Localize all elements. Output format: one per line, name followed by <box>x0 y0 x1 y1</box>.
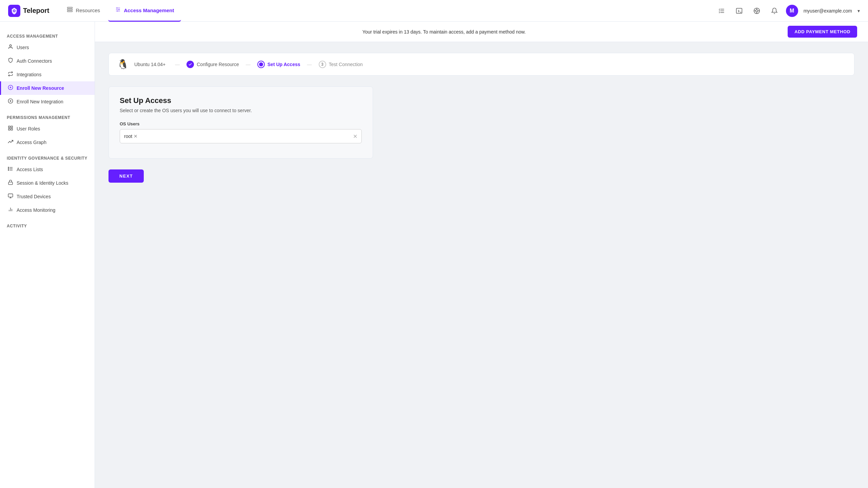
svg-point-8 <box>117 7 118 8</box>
step-configure-resource: Configure Resource <box>186 61 239 68</box>
step2-circle <box>257 61 265 68</box>
svg-rect-30 <box>11 126 13 128</box>
nav-right: M myuser@example.com ▾ <box>715 5 860 17</box>
step-set-up-access: Set Up Access <box>257 61 300 68</box>
ubuntu-icon: 🐧 <box>117 59 129 70</box>
sidebar-item-enroll-new-integration[interactable]: Enroll New Integration <box>0 95 95 108</box>
sidebar-item-enroll-new-resource[interactable]: Enroll New Resource <box>0 81 95 95</box>
nav-item-access-management[interactable]: Access Management <box>108 0 181 22</box>
svg-rect-3 <box>67 9 73 10</box>
enroll-integration-icon <box>8 98 13 105</box>
svg-point-1 <box>14 10 15 12</box>
enroll-resource-icon <box>8 85 13 92</box>
trial-banner: Your trial expires in 13 days. To mainta… <box>95 22 868 42</box>
logo-icon <box>8 5 20 17</box>
sidebar-item-user-roles[interactable]: User Roles <box>0 122 95 136</box>
svg-point-36 <box>8 167 9 168</box>
resources-icon <box>67 6 73 14</box>
sidebar-item-users[interactable]: Users <box>0 41 95 54</box>
trusted-devices-icon <box>8 193 13 200</box>
user-avatar[interactable]: M <box>786 5 798 17</box>
resource-type-label: Ubuntu 14.04+ <box>134 62 165 67</box>
root-tag-remove[interactable]: ✕ <box>134 134 138 139</box>
top-navigation: Teleport Resources Access Management <box>0 0 868 22</box>
sidebar-section-identity-governance: Identity Governance & Security <box>0 152 95 163</box>
sidebar-section-access-management: Access Management <box>0 30 95 41</box>
set-up-access-form: Set Up Access Select or create the OS us… <box>108 86 373 159</box>
step2-label: Set Up Access <box>268 62 300 67</box>
nav-item-resources[interactable]: Resources <box>60 0 107 22</box>
main-layout: Access Management Users Auth Connectors <box>0 22 868 488</box>
sidebar-item-access-graph[interactable]: Access Graph <box>0 136 95 149</box>
root-tag-value: root <box>124 134 132 139</box>
user-roles-icon <box>8 125 13 132</box>
step1-label: Configure Resource <box>197 62 239 67</box>
sidebar-access-lists-label: Access Lists <box>17 167 43 172</box>
svg-rect-31 <box>8 128 10 130</box>
sidebar-item-session-identity-locks[interactable]: Session & Identity Locks <box>0 176 95 190</box>
svg-point-37 <box>8 168 9 169</box>
access-monitoring-icon <box>8 207 13 214</box>
users-icon <box>8 44 13 51</box>
sidebar-section-permissions: Permissions Management <box>0 111 95 122</box>
svg-rect-40 <box>8 194 13 197</box>
page-content: 🐧 Ubuntu 14.04+ — Configure Resource — <box>95 42 868 488</box>
nav-resources-label: Resources <box>76 7 100 13</box>
svg-rect-29 <box>8 126 10 128</box>
sidebar-access-graph-label: Access Graph <box>17 140 46 145</box>
main-content: Your trial expires in 13 days. To mainta… <box>95 22 868 488</box>
os-users-label: OS Users <box>120 121 362 126</box>
logo-text: Teleport <box>23 7 49 15</box>
sidebar-item-integrations[interactable]: Integrations <box>0 68 95 81</box>
os-users-field: OS Users root ✕ ✕ <box>120 121 362 143</box>
nav-items: Resources Access Management <box>60 0 715 22</box>
svg-rect-39 <box>8 182 13 184</box>
svg-point-10 <box>117 11 118 12</box>
steps-breadcrumb: 🐧 Ubuntu 14.04+ — Configure Resource — <box>108 53 854 76</box>
step1-circle <box>186 61 194 68</box>
os-users-input[interactable]: root ✕ ✕ <box>120 129 362 143</box>
tasks-icon[interactable] <box>715 5 728 17</box>
svg-point-9 <box>119 9 120 10</box>
logo[interactable]: Teleport <box>8 5 49 17</box>
add-payment-method-button[interactable]: ADD PAYMENT METHOD <box>788 26 857 38</box>
svg-rect-4 <box>67 11 73 12</box>
sidebar-auth-connectors-label: Auth Connectors <box>17 58 52 64</box>
svg-rect-32 <box>11 128 13 130</box>
next-button[interactable]: NEXT <box>108 169 144 183</box>
user-email[interactable]: myuser@example.com <box>804 8 852 14</box>
nav-access-management-label: Access Management <box>124 7 174 13</box>
sidebar-access-monitoring-label: Access Monitoring <box>17 207 55 213</box>
svg-point-22 <box>9 45 11 46</box>
sidebar-item-access-monitoring[interactable]: Access Monitoring <box>0 203 95 217</box>
form-title: Set Up Access <box>120 96 362 105</box>
ai-icon[interactable] <box>751 5 763 17</box>
svg-point-38 <box>8 170 9 170</box>
sidebar-session-locks-label: Session & Identity Locks <box>17 180 68 186</box>
access-lists-icon <box>8 166 13 173</box>
access-graph-icon <box>8 139 13 146</box>
root-tag: root ✕ <box>124 134 138 139</box>
svg-point-17 <box>755 9 758 12</box>
sidebar-integrations-label: Integrations <box>17 72 41 77</box>
sidebar-enroll-integration-label: Enroll New Integration <box>17 99 63 104</box>
sidebar-section-activity: Activity <box>0 220 95 230</box>
sidebar-users-label: Users <box>17 45 29 50</box>
terminal-icon[interactable] <box>733 5 745 17</box>
bell-icon[interactable] <box>768 5 781 17</box>
step-test-connection: 3 Test Connection <box>319 61 363 68</box>
form-description: Select or create the OS users you will u… <box>120 108 362 113</box>
step3-circle: 3 <box>319 61 326 68</box>
sidebar: Access Management Users Auth Connectors <box>0 22 95 488</box>
sidebar-enroll-resource-label: Enroll New Resource <box>17 85 64 91</box>
svg-rect-2 <box>67 7 73 8</box>
sidebar-item-access-lists[interactable]: Access Lists <box>0 163 95 176</box>
user-chevron-icon[interactable]: ▾ <box>857 8 860 14</box>
integrations-icon <box>8 71 13 78</box>
step3-label: Test Connection <box>329 62 363 67</box>
clear-all-icon[interactable]: ✕ <box>353 133 357 140</box>
access-management-icon <box>115 6 121 14</box>
sidebar-trusted-devices-label: Trusted Devices <box>17 194 51 199</box>
sidebar-item-trusted-devices[interactable]: Trusted Devices <box>0 190 95 203</box>
sidebar-item-auth-connectors[interactable]: Auth Connectors <box>0 54 95 68</box>
